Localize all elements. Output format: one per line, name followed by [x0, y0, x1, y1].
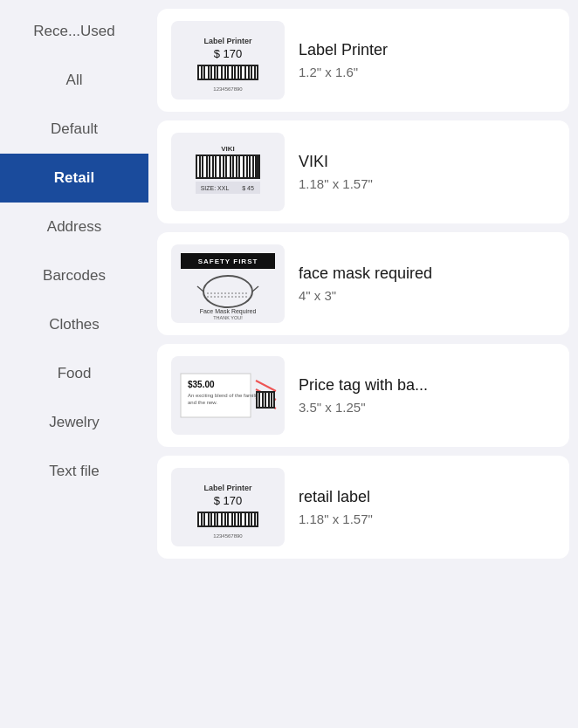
template-size: 1.18" x 1.57" [299, 512, 373, 526]
sidebar-item-text-file[interactable]: Text file [0, 447, 148, 496]
svg-rect-37 [234, 156, 236, 177]
svg-rect-77 [203, 513, 203, 525]
sidebar: Rece...UsedAllDefaultRetailAddressBarcod… [0, 0, 148, 728]
template-size: 1.2" x 1.6" [299, 65, 388, 79]
svg-rect-39 [240, 156, 243, 177]
svg-rect-13 [229, 66, 231, 79]
svg-rect-84 [226, 513, 227, 525]
sidebar-item-default[interactable]: Default [0, 105, 148, 154]
template-info-retail-label: retail label1.18" x 1.57" [299, 488, 373, 526]
svg-rect-15 [236, 66, 237, 79]
svg-rect-86 [233, 513, 234, 525]
svg-rect-65 [256, 391, 275, 409]
svg-rect-21 [256, 66, 257, 79]
svg-rect-42 [251, 156, 252, 177]
svg-rect-40 [244, 156, 246, 177]
template-thumbnail-viki: VIKI [171, 133, 285, 211]
svg-rect-38 [237, 156, 238, 177]
svg-rect-10 [218, 66, 221, 79]
svg-rect-5 [203, 66, 203, 79]
svg-text:Label Printer: Label Printer [203, 484, 252, 492]
sidebar-item-food[interactable]: Food [0, 349, 148, 398]
svg-rect-87 [236, 513, 237, 525]
template-card-face-mask[interactable]: SAFETY FIRST Face Mask Required THANK YO… [157, 232, 569, 335]
svg-text:$ 170: $ 170 [214, 494, 243, 507]
svg-rect-69 [266, 393, 268, 407]
svg-rect-71 [272, 393, 273, 407]
svg-text:1234567890: 1234567890 [213, 86, 243, 92]
svg-rect-67 [260, 393, 262, 407]
svg-rect-33 [221, 156, 223, 177]
sidebar-item-barcodes[interactable]: Barcodes [0, 251, 148, 300]
svg-rect-16 [239, 66, 240, 79]
svg-text:Label Printer: Label Printer [203, 37, 252, 45]
svg-rect-29 [208, 156, 209, 177]
svg-rect-68 [264, 393, 265, 407]
svg-rect-36 [231, 156, 232, 177]
svg-rect-8 [212, 66, 214, 79]
svg-text:$ 45: $ 45 [242, 185, 254, 191]
svg-rect-91 [250, 513, 251, 525]
template-card-viki[interactable]: VIKI [157, 120, 569, 223]
svg-rect-41 [248, 156, 249, 177]
template-thumbnail-retail-label: Label Printer $ 170 [171, 468, 285, 546]
svg-text:SAFETY FIRST: SAFETY FIRST [198, 258, 258, 265]
template-thumbnail-face-mask: SAFETY FIRST Face Mask Required THANK YO… [171, 244, 285, 323]
svg-rect-90 [246, 513, 248, 525]
template-name: Price tag with ba... [299, 376, 428, 395]
template-name: retail label [299, 488, 373, 506]
template-thumbnail-price-tag: $35.00 An exciting blend of the familiar… [171, 356, 285, 435]
template-name: face mask required [299, 264, 432, 283]
template-card-label-printer[interactable]: Label Printer $ 170 [157, 9, 569, 112]
svg-rect-14 [233, 66, 234, 79]
template-info-price-tag: Price tag with ba...3.5" x 1.25" [299, 376, 428, 415]
svg-rect-19 [250, 66, 251, 79]
template-info-viki: VIKI1.18" x 1.57" [299, 153, 373, 191]
sidebar-item-address[interactable]: Address [0, 203, 148, 251]
svg-rect-12 [226, 66, 227, 79]
svg-rect-78 [205, 513, 208, 525]
svg-rect-76 [199, 513, 201, 525]
svg-text:Face Mask Required: Face Mask Required [200, 308, 257, 315]
template-card-retail-label[interactable]: Label Printer $ 170 [157, 456, 569, 559]
main-content: Label Printer $ 170 [148, 0, 578, 728]
svg-text:1234567890: 1234567890 [213, 533, 243, 539]
svg-rect-32 [217, 156, 219, 177]
svg-rect-70 [270, 393, 271, 407]
sidebar-item-retail[interactable]: Retail [0, 154, 148, 203]
svg-rect-26 [197, 156, 199, 177]
svg-rect-20 [252, 66, 254, 79]
sidebar-item-all[interactable]: All [0, 56, 148, 105]
template-info-face-mask: face mask required4" x 3" [299, 264, 432, 303]
svg-rect-18 [246, 66, 248, 79]
svg-rect-92 [252, 513, 254, 525]
template-thumbnail-label-printer: Label Printer $ 170 [171, 21, 285, 100]
svg-rect-81 [216, 513, 217, 525]
svg-rect-66 [258, 393, 258, 407]
svg-rect-88 [239, 513, 240, 525]
svg-rect-34 [224, 156, 225, 177]
svg-rect-82 [218, 513, 221, 525]
svg-rect-85 [229, 513, 231, 525]
sidebar-item-recently-used[interactable]: Rece...Used [0, 7, 148, 56]
svg-text:VIKI: VIKI [221, 145, 235, 153]
svg-rect-79 [210, 513, 210, 525]
sidebar-item-jewelry[interactable]: Jewelry [0, 398, 148, 447]
svg-text:THANK YOU!: THANK YOU! [213, 315, 243, 319]
template-size: 3.5" x 1.25" [299, 400, 428, 415]
svg-text:$ 170: $ 170 [214, 47, 243, 60]
template-name: Label Printer [299, 41, 388, 59]
svg-rect-35 [227, 156, 230, 177]
svg-rect-9 [216, 66, 217, 79]
sidebar-item-clothes[interactable]: Clothes [0, 300, 148, 349]
template-size: 4" x 3" [299, 288, 432, 303]
svg-rect-30 [210, 156, 212, 177]
svg-rect-93 [256, 513, 257, 525]
svg-rect-11 [223, 66, 224, 79]
svg-text:An exciting blend of the famil: An exciting blend of the familiar [188, 393, 260, 398]
template-card-price-tag[interactable]: $35.00 An exciting blend of the familiar… [157, 344, 569, 447]
svg-rect-4 [199, 66, 201, 79]
svg-rect-17 [242, 66, 244, 79]
svg-rect-27 [201, 156, 202, 177]
svg-rect-80 [212, 513, 214, 525]
